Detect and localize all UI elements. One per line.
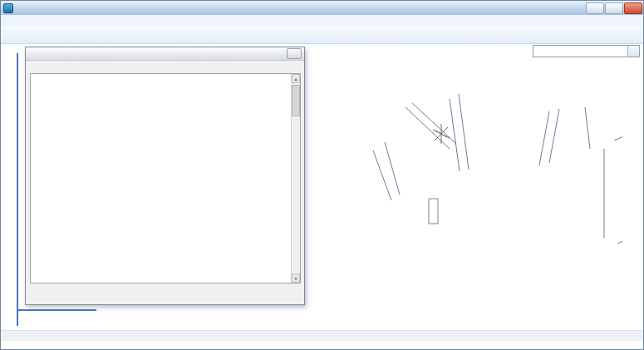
feature-table[interactable]: ▲ ▼ <box>30 73 301 283</box>
minimize-button[interactable] <box>586 2 604 14</box>
plate-tag-box <box>429 199 438 224</box>
navigator-sash-horizontal[interactable] <box>17 309 96 311</box>
title-bar[interactable] <box>1 1 644 16</box>
graphics-area[interactable]: ▲ ▼ <box>1 44 644 341</box>
feat-list-label <box>26 61 304 63</box>
model-viewport[interactable] <box>308 51 622 341</box>
table-scrollbar[interactable]: ▲ ▼ <box>291 74 300 283</box>
feature-list-dialog[interactable]: ▲ ▼ <box>25 47 305 305</box>
dialog-title-bar[interactable] <box>26 47 304 61</box>
main-toolbar <box>1 26 644 44</box>
maximize-button[interactable] <box>605 2 623 14</box>
csys-marker[interactable] <box>433 124 450 144</box>
scroll-down-icon[interactable]: ▼ <box>292 274 300 283</box>
status-bar <box>1 330 644 341</box>
dialog-close-icon[interactable] <box>287 48 302 59</box>
close-button[interactable] <box>624 2 642 14</box>
chevron-down-icon[interactable] <box>627 46 639 57</box>
navigator-sash-vertical[interactable] <box>17 53 18 326</box>
menu-bar <box>1 15 644 27</box>
app-window: ▲ ▼ <box>0 0 644 350</box>
scroll-thumb[interactable] <box>292 85 300 116</box>
app-icon <box>3 3 13 13</box>
scroll-up-icon[interactable]: ▲ <box>292 74 300 83</box>
